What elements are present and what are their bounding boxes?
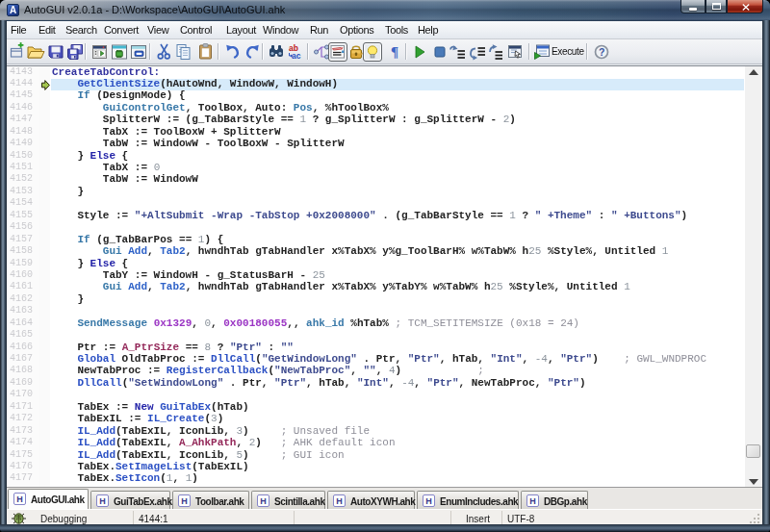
svg-text:?: ? <box>599 46 604 58</box>
svg-text:¶: ¶ <box>391 44 398 60</box>
